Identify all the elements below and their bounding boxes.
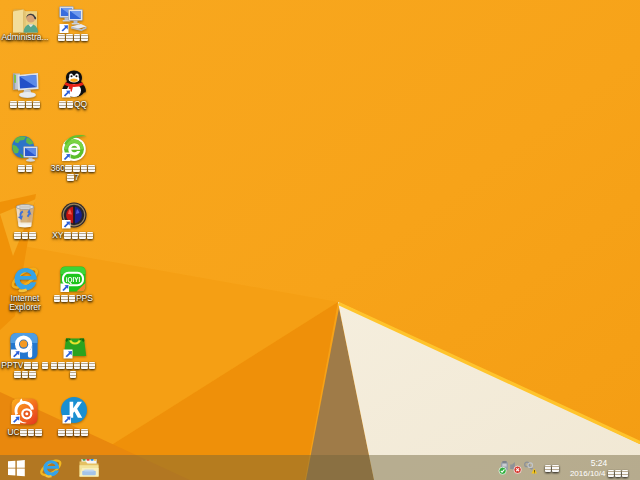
svg-text:iQIYI: iQIYI — [66, 276, 81, 284]
